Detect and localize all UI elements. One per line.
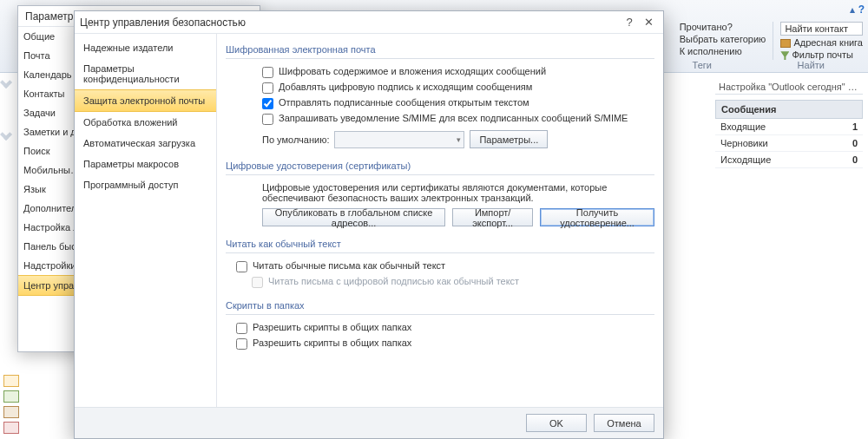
filter-mail-button[interactable]: Фильтр почты bbox=[780, 49, 863, 60]
mail-mini-icon[interactable] bbox=[3, 375, 19, 387]
trust-center-nav-item[interactable]: Параметры макросов bbox=[75, 154, 216, 174]
nav-mini-icons bbox=[3, 375, 19, 434]
request-smime-checkbox[interactable] bbox=[262, 114, 273, 125]
contacts-mini-icon[interactable] bbox=[3, 406, 19, 418]
trust-center-nav-item[interactable]: Программный доступ bbox=[75, 174, 216, 195]
message-count-value: 1 bbox=[852, 121, 858, 132]
followup-picker[interactable]: К исполнению bbox=[680, 46, 766, 56]
trust-center-nav-item[interactable]: Автоматическая загрузка bbox=[75, 133, 216, 154]
category-picker[interactable]: Выбрать категорию bbox=[680, 34, 766, 44]
trust-center-nav-item[interactable]: Параметры конфиденциальности bbox=[75, 58, 216, 89]
encryption-params-button[interactable]: Параметры... bbox=[470, 130, 548, 148]
section-title-encrypted: Шифрованная электронная почта bbox=[226, 41, 654, 59]
encrypt-contents-label: Шифровать содержимое и вложения исходящи… bbox=[279, 66, 546, 76]
allow-scripts-shared-label: Разрешить скрипты в общих папках bbox=[253, 322, 411, 332]
send-cleartext-label: Отправлять подписанные сообщения открыты… bbox=[279, 97, 529, 108]
trust-center-content: Шифрованная электронная почта Шифровать … bbox=[217, 34, 663, 407]
add-signature-label: Добавлять цифровую подпись к исходящим с… bbox=[279, 82, 532, 92]
allow-scripts-public-label: Разрешить скрипты в общих папках bbox=[253, 337, 411, 348]
section-scripts: Скрипты в папках Разрешить скрипты в общ… bbox=[226, 297, 654, 350]
trust-center-nav: Надежные издателиПараметры конфиденциаль… bbox=[75, 34, 217, 407]
trust-center-nav-item[interactable]: Защита электронной почты bbox=[75, 89, 216, 112]
section-encrypted-mail: Шифрованная электронная почта Шифровать … bbox=[226, 41, 654, 148]
import-export-button[interactable]: Импорт/экспорт... bbox=[452, 208, 533, 226]
messages-header: Сообщения bbox=[715, 100, 863, 119]
default-config-label: По умолчанию: bbox=[262, 134, 329, 145]
ribbon-top-icons: ▴ ? bbox=[850, 3, 865, 16]
section-certificates: Цифровые удостоверения (сертификаты) Циф… bbox=[226, 157, 654, 226]
trust-center-footer: OK Отмена bbox=[75, 407, 663, 438]
outlook-today-title[interactable]: Настройка "Outlook сегодня" … bbox=[715, 80, 863, 95]
read-signed-plain-label: Читать письма с цифровой подписью как об… bbox=[268, 276, 519, 286]
add-signature-checkbox[interactable] bbox=[262, 82, 273, 94]
message-folder-label: Исходящие bbox=[720, 154, 771, 165]
help-icon[interactable]: ? bbox=[858, 3, 865, 16]
trust-center-titlebar: Центр управления безопасностью ? ✕ bbox=[75, 11, 663, 34]
trust-center-title: Центр управления безопасностью bbox=[80, 16, 620, 29]
get-certificate-button[interactable]: Получить удостоверение... bbox=[540, 208, 654, 226]
allow-scripts-shared-checkbox[interactable] bbox=[236, 323, 247, 334]
message-folder-label: Входящие bbox=[720, 121, 766, 132]
trust-center-nav-item[interactable]: Надежные издатели bbox=[75, 37, 216, 58]
minimize-ribbon-icon[interactable]: ▴ bbox=[850, 3, 855, 16]
default-config-dropdown[interactable] bbox=[334, 131, 464, 148]
message-count-row[interactable]: Черновики0 bbox=[715, 135, 863, 152]
send-cleartext-checkbox[interactable] bbox=[262, 98, 273, 109]
encrypt-contents-checkbox[interactable] bbox=[262, 67, 273, 78]
dialog-help-button[interactable]: ? bbox=[620, 14, 639, 31]
address-book-button[interactable]: Адресная книга bbox=[780, 37, 863, 48]
message-count-row[interactable]: Входящие1 bbox=[715, 119, 863, 135]
message-count-value: 0 bbox=[852, 138, 858, 148]
read-plain-checkbox[interactable] bbox=[236, 261, 247, 272]
tags-group-label: Теги bbox=[693, 60, 712, 70]
outlook-today-panel: Настройка "Outlook сегодня" … Сообщения … bbox=[715, 80, 863, 168]
certificate-ribbon-icon bbox=[217, 64, 220, 88]
nav-collapse-gutter bbox=[2, 78, 14, 182]
publish-gal-button[interactable]: Опубликовать в глобальном списке адресов… bbox=[262, 208, 445, 226]
read-signed-plain-checkbox bbox=[252, 277, 263, 288]
tags-group: Прочитано? Выбрать категорию К исполнени… bbox=[680, 22, 766, 60]
certificate-doc-icon bbox=[217, 180, 220, 205]
find-contact-input[interactable]: Найти контакт bbox=[780, 22, 863, 36]
certificates-description: Цифровые удостоверения или сертификаты я… bbox=[226, 182, 654, 203]
dialog-close-button[interactable]: ✕ bbox=[639, 14, 658, 31]
tasks-mini-icon[interactable] bbox=[3, 422, 19, 434]
section-title-scripts: Скрипты в папках bbox=[226, 297, 654, 315]
section-title-certificates: Цифровые удостоверения (сертификаты) bbox=[226, 157, 654, 175]
trust-center-dialog: Центр управления безопасностью ? ✕ Надеж… bbox=[74, 10, 664, 439]
message-folder-label: Черновики bbox=[720, 138, 768, 148]
message-count-row[interactable]: Исходящие0 bbox=[715, 152, 863, 168]
find-group: Найти контакт Адресная книга Фильтр почт… bbox=[773, 22, 863, 60]
find-group-label: Найти bbox=[798, 60, 825, 70]
ok-button[interactable]: OK bbox=[526, 414, 587, 432]
message-count-value: 0 bbox=[852, 154, 858, 165]
read-plain-label: Читать обычные письма как обычный текст bbox=[253, 260, 445, 271]
cancel-button[interactable]: Отмена bbox=[594, 414, 654, 432]
trust-center-nav-item[interactable]: Обработка вложений bbox=[75, 112, 216, 133]
read-toggle[interactable]: Прочитано? bbox=[680, 22, 766, 32]
request-smime-label: Запрашивать уведомление S/MIME для всех … bbox=[279, 113, 628, 123]
calendar-mini-icon[interactable] bbox=[3, 390, 19, 403]
section-plaintext: Читать как обычный текст Читать обычные … bbox=[226, 235, 654, 288]
allow-scripts-public-checkbox[interactable] bbox=[236, 338, 247, 350]
section-title-plaintext: Читать как обычный текст bbox=[226, 235, 654, 253]
